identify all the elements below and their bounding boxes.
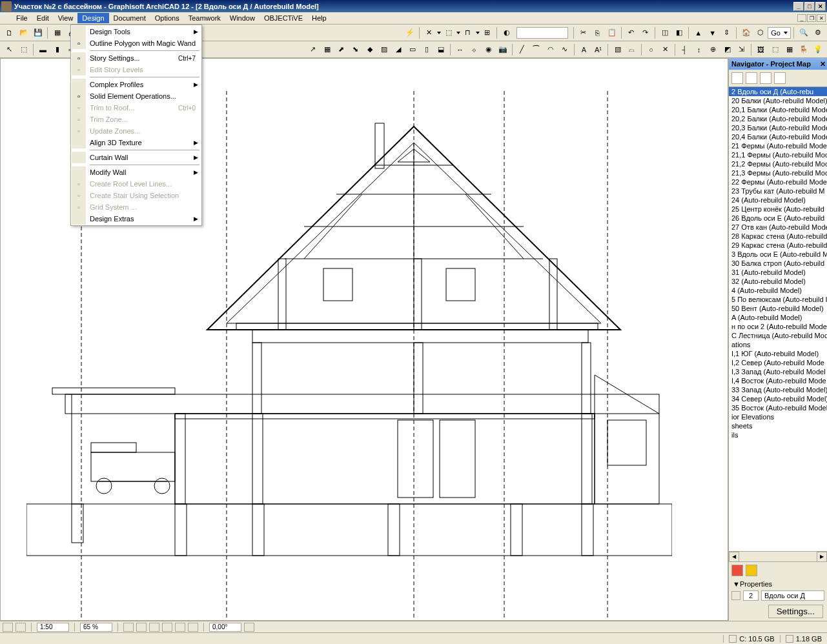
nav-item[interactable]: I,2 Север (Auto-rebuild Mode [729, 358, 827, 367]
nav-item[interactable]: 35 Восток (Auto-rebuild Model [729, 403, 827, 412]
nav-item[interactable]: 27 Отв кан (Auto-rebuild Mode [729, 223, 827, 232]
close-button[interactable]: ✕ [815, 2, 826, 11]
navigator-tree[interactable]: 2 Вдоль оси Д (Auto-rebu20 Балки (Auto-r… [729, 87, 827, 551]
navigator-hscroll[interactable]: ◀ ▶ [729, 551, 827, 561]
maximize-button[interactable]: □ [804, 2, 815, 11]
menu-design[interactable]: Design [77, 13, 108, 23]
story-up-button[interactable]: ▲ [691, 26, 705, 39]
menu-view[interactable]: View [54, 13, 78, 23]
nav-item[interactable]: 33 Запад (Auto-rebuild Model) [729, 385, 827, 394]
nav-item[interactable]: 3 Вдоль оси Е (Auto-rebuild M [729, 250, 827, 259]
view-map-icon[interactable] [746, 72, 757, 84]
dimmark1-icon[interactable]: ┤ [678, 43, 691, 56]
prev-view-icon[interactable] [162, 623, 172, 632]
nav-item[interactable]: 2 Вдоль оси Д (Auto-rebu [729, 87, 827, 96]
nav-item[interactable]: 50 Вент (Auto-rebuild Model) [729, 304, 827, 313]
nav-item[interactable]: 25 Центр конёк (Auto-rebuild [729, 205, 827, 214]
nav-item[interactable]: 23 Трубы кат (Auto-rebuild M [729, 186, 827, 196]
menu-item-design-extras[interactable]: Design Extras▶ [72, 213, 201, 225]
ruler-icon[interactable] [15, 623, 26, 632]
menu-edit[interactable]: Edit [32, 13, 54, 23]
freehand-icon[interactable]: ∿ [558, 43, 571, 56]
menu-item-align-3d-texture[interactable]: Align 3D Texture▶ [72, 137, 201, 148]
nav-item[interactable]: I,4 Восток (Auto-rebuild Mode [729, 376, 827, 385]
minimize-button[interactable]: _ [793, 2, 804, 11]
zoom-page-icon[interactable] [123, 623, 134, 632]
hand-icon[interactable] [149, 623, 159, 632]
menu-file[interactable]: File [12, 13, 32, 23]
menu-objective[interactable]: OBJECTiVE [260, 13, 307, 23]
doc-close-button[interactable]: ✕ [817, 14, 826, 22]
elevation-icon[interactable]: ⇲ [735, 43, 748, 56]
menu-document[interactable]: Document [109, 13, 150, 23]
paste-button[interactable]: 📋 [605, 26, 618, 39]
figure-tool-icon[interactable]: ▦ [782, 43, 796, 56]
nav-item[interactable]: 4 (Auto-rebuild Model) [729, 286, 827, 295]
rotate-icon[interactable] [244, 623, 254, 632]
menu-teamwork[interactable]: Teamwork [184, 13, 225, 23]
polyline-tool-icon[interactable]: ◠ [544, 43, 557, 56]
doc-minimize-button[interactable]: _ [797, 14, 806, 22]
menu-item-curtain-wall[interactable]: Curtain Wall▶ [72, 152, 201, 163]
direction1-icon[interactable]: ⬈ [334, 43, 348, 56]
slab-tool-icon[interactable]: ▭ [405, 43, 419, 56]
nav-item[interactable]: 20,4 Балки (Auto-rebuild Mode [729, 132, 827, 141]
level-dim-icon[interactable]: ⟐ [467, 43, 481, 56]
label-tool-icon[interactable]: A¹ [591, 43, 605, 56]
menu-item-design-tools[interactable]: Design Tools▶ [72, 26, 201, 37]
line-tool-icon[interactable]: ╱ [515, 43, 529, 56]
grid-icon[interactable]: ▦ [320, 43, 334, 56]
zoom-input[interactable]: 65 % [80, 623, 112, 632]
project-icon[interactable]: ◆ [363, 43, 376, 56]
save-button[interactable]: 💾 [31, 26, 45, 39]
column-tool[interactable]: ▮ [50, 43, 64, 56]
picture-tool-icon[interactable]: 🖼 [754, 43, 768, 56]
settings-button[interactable]: Settings... [768, 605, 823, 618]
nav-item[interactable]: С Лестница (Auto-rebuild Mod [729, 331, 827, 340]
navigator-close-button[interactable]: ✕ [820, 60, 826, 68]
nav-item[interactable]: 24 (Auto-rebuild Model) [729, 196, 827, 205]
undo-button[interactable]: ↶ [624, 26, 638, 39]
nav-item[interactable]: 29 Каркас стена (Auto-rebuild [729, 241, 827, 250]
nav-item[interactable]: 26 Вдоль оси Е (Auto-rebuild I [729, 214, 827, 223]
lightning-icon[interactable]: ⚡ [403, 26, 416, 39]
cut-button[interactable]: ✂ [577, 26, 590, 39]
zone-icon[interactable]: ◉ [482, 43, 495, 56]
grid-snap-button[interactable]: ⊞ [480, 26, 494, 39]
nav-item[interactable]: A (Auto-rebuild Model) [729, 313, 827, 322]
settings-button[interactable]: ⚙ [811, 26, 824, 39]
scroll-left-button[interactable]: ◀ [729, 552, 739, 562]
project-map-icon[interactable] [731, 72, 743, 84]
nav-item[interactable]: ils [729, 430, 827, 439]
scroll-right-button[interactable]: ▶ [817, 552, 827, 562]
text-tool-icon[interactable]: A [577, 43, 591, 56]
menu-help[interactable]: Help [307, 13, 331, 23]
suspend-button[interactable]: ◐ [500, 26, 513, 39]
home-view-icon[interactable] [188, 623, 198, 632]
roof-tool-icon[interactable]: ◢ [391, 43, 405, 56]
nav-item[interactable]: 21 Фермы (Auto-rebuild Model) [729, 141, 827, 150]
find-button[interactable]: 🔍 [797, 26, 810, 39]
nav-item[interactable]: 21,2 Фермы (Auto-rebuild Mod [729, 159, 827, 168]
nav-item[interactable]: I,3 Запад (Auto-rebuild Model [729, 367, 827, 376]
magnet-button[interactable]: ⊓ [461, 26, 475, 39]
menu-item-solid-element-operations[interactable]: ▫Solid Element Operations... [72, 90, 201, 102]
properties-header[interactable]: ▼ Properties [729, 579, 827, 589]
nav-item[interactable]: 21,3 Фермы (Auto-rebuild Mod [729, 168, 827, 177]
open-file-button[interactable]: 📂 [17, 26, 30, 39]
fill-tool-icon[interactable]: ▧ [611, 43, 624, 56]
nav-item[interactable]: н по оси 2 (Auto-rebuild Mode [729, 322, 827, 331]
menu-item-outline-polygon-with-magic-wand[interactable]: ▫Outline Polygon with Magic Wand [72, 37, 201, 49]
menu-item-complex-profiles[interactable]: Complex Profiles▶ [72, 79, 201, 90]
mesh-tool-icon[interactable]: ⬓ [434, 43, 447, 56]
nav-item[interactable]: 20,3 Балки (Auto-rebuild Mode [729, 123, 827, 132]
new-view-icon[interactable] [746, 565, 757, 576]
nav-item[interactable]: 20,1 Балки (Auto-rebuild Mode [729, 105, 827, 114]
dimmark2-icon[interactable]: ↕ [692, 43, 706, 56]
scale-input[interactable]: 1:50 [37, 623, 69, 632]
window-3d-button[interactable]: 🏠 [739, 26, 753, 39]
circle-tool-icon[interactable]: ○ [644, 43, 658, 56]
menu-item-story-settings[interactable]: ▫Story Settings...Ctrl+7 [72, 52, 201, 64]
edge-button[interactable]: ⬚ [442, 26, 455, 39]
nav-item[interactable]: 34 Север (Auto-rebuild Model) [729, 394, 827, 403]
